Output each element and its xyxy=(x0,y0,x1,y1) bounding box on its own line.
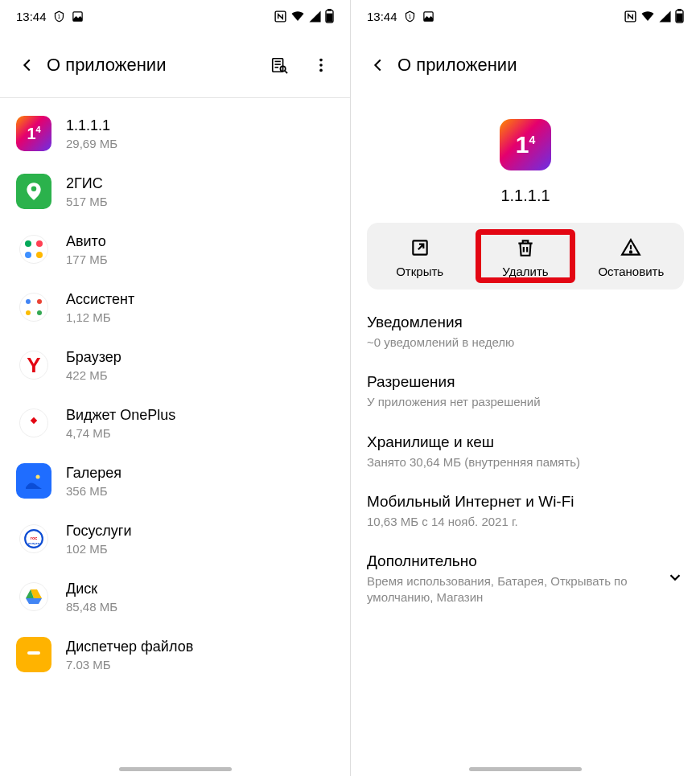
app-icon-browser: Y xyxy=(19,351,48,380)
setting-sub: Время использования, Батарея, Открывать … xyxy=(367,573,666,606)
app-name: 1.1.1.1 xyxy=(66,117,117,135)
status-time: 13:44 xyxy=(16,10,47,23)
setting-sub: Занято 30,64 МБ (внутренняя память) xyxy=(367,454,684,470)
wifi-icon xyxy=(290,9,305,23)
svg-rect-5 xyxy=(327,14,331,21)
setting-title: Разрешения xyxy=(367,373,684,391)
status-bar: 13:44 1 xyxy=(0,0,350,32)
image-icon xyxy=(72,10,84,23)
svg-point-15 xyxy=(31,187,37,192)
app-size: 102 МБ xyxy=(66,542,131,556)
open-icon xyxy=(410,237,430,258)
app-row[interactable]: Виджет OnePlus 4,74 МБ xyxy=(0,394,350,452)
svg-rect-16 xyxy=(31,417,37,424)
more-button[interactable] xyxy=(303,47,339,83)
setting-title: Уведомления xyxy=(367,314,684,331)
svg-rect-6 xyxy=(273,58,283,72)
setting-permissions[interactable]: Разрешения У приложения нет разрешений xyxy=(367,373,684,410)
app-row[interactable]: Диспетчер файлов 7.03 МБ xyxy=(0,626,350,684)
setting-sub: ~0 уведомлений в неделю xyxy=(367,335,684,351)
header: О приложении xyxy=(351,32,700,98)
setting-advanced[interactable]: Дополнительно Время использования, Батар… xyxy=(367,552,684,606)
image-icon xyxy=(422,10,434,23)
list-search-icon xyxy=(270,56,288,74)
app-row[interactable]: 2ГИС 517 МБ xyxy=(0,162,350,220)
open-button[interactable]: Открыть xyxy=(367,237,472,278)
app-row[interactable]: госуслуги Госуслуги 102 МБ xyxy=(0,510,350,568)
phone-left: 13:44 1 О приложении 14 xyxy=(0,0,350,776)
stop-button[interactable]: Остановить xyxy=(579,237,684,278)
delete-label: Удалить xyxy=(502,265,548,278)
app-size: 422 МБ xyxy=(66,368,121,382)
app-row[interactable]: Авито 177 МБ xyxy=(0,220,350,278)
setting-title: Мобильный Интернет и Wi-Fi xyxy=(367,493,684,511)
svg-point-30 xyxy=(630,251,632,253)
wifi-icon xyxy=(640,9,655,23)
svg-text:1: 1 xyxy=(408,14,411,19)
app-size: 4,74 МБ xyxy=(66,426,175,440)
nfc-icon xyxy=(274,10,287,23)
app-list[interactable]: 14 1.1.1.1 29,69 МБ 2ГИС 517 МБ Авито 17… xyxy=(0,98,350,776)
app-name: Госуслуги xyxy=(66,522,131,540)
app-name: Авито xyxy=(66,232,108,251)
svg-text:услуги: услуги xyxy=(28,541,40,545)
delete-button[interactable]: Удалить xyxy=(472,237,578,278)
svg-point-12 xyxy=(319,58,323,61)
back-button[interactable] xyxy=(11,49,43,81)
nav-pill[interactable] xyxy=(119,767,232,771)
stop-label: Остановить xyxy=(598,265,664,278)
chevron-down-icon xyxy=(666,569,684,589)
more-vert-icon xyxy=(312,56,330,74)
nav-pill[interactable] xyxy=(469,767,582,771)
app-icon-disk xyxy=(19,582,48,611)
open-label: Открыть xyxy=(396,265,443,278)
setting-storage[interactable]: Хранилище и кеш Занято 30,64 МБ (внутрен… xyxy=(367,433,684,470)
svg-rect-27 xyxy=(677,14,681,21)
shield-icon: 1 xyxy=(53,10,65,23)
app-row[interactable]: Ассистент 1,12 МБ xyxy=(0,278,350,336)
search-apps-button[interactable] xyxy=(261,47,297,83)
app-name: Браузер xyxy=(66,348,121,367)
page-title: О приложении xyxy=(47,55,166,76)
back-button[interactable] xyxy=(362,49,394,81)
svg-text:1: 1 xyxy=(57,14,60,19)
app-name: Галерея xyxy=(66,464,121,482)
setting-sub: У приложения нет разрешений xyxy=(367,394,684,410)
app-icon-1111: 14 xyxy=(16,116,51,151)
app-name: 2ГИС xyxy=(66,174,108,193)
app-size: 1,12 МБ xyxy=(66,310,134,324)
app-row[interactable]: Y Браузер 422 МБ xyxy=(0,336,350,394)
status-bar: 13:44 1 xyxy=(351,0,700,32)
app-name: Диск xyxy=(66,580,117,598)
action-bar: Открыть Удалить Остановить xyxy=(367,223,684,289)
battery-icon xyxy=(675,9,684,23)
signal-icon xyxy=(658,10,672,23)
svg-rect-21 xyxy=(27,651,40,655)
setting-title: Хранилище и кеш xyxy=(367,433,684,451)
setting-data[interactable]: Мобильный Интернет и Wi-Fi 10,63 МБ с 14… xyxy=(367,493,684,530)
setting-notifications[interactable]: Уведомления ~0 уведомлений в неделю xyxy=(367,314,684,351)
app-row[interactable]: Диск 85,48 МБ xyxy=(0,568,350,626)
app-detail: 14 1.1.1.1 Открыть Удалить Остановить Ув… xyxy=(351,98,700,776)
svg-text:гос: гос xyxy=(31,536,37,540)
svg-point-17 xyxy=(36,475,40,479)
app-row[interactable]: Галерея 356 МБ xyxy=(0,452,350,510)
trash-icon xyxy=(515,237,536,258)
app-icon-gosuslugi: госуслуги xyxy=(19,524,48,553)
signal-icon xyxy=(308,10,322,23)
app-name: Диспетчер файлов xyxy=(66,638,193,656)
app-row[interactable]: 14 1.1.1.1 29,69 МБ xyxy=(0,105,350,162)
chevron-left-icon xyxy=(19,56,36,74)
app-icon-files xyxy=(16,637,51,672)
svg-point-14 xyxy=(319,68,323,72)
nfc-icon xyxy=(624,10,637,23)
page-title: О приложении xyxy=(397,55,517,76)
app-icon-assistant xyxy=(19,293,48,322)
app-name: Ассистент xyxy=(66,290,134,309)
app-size: 85,48 МБ xyxy=(66,600,117,614)
app-icon-avito xyxy=(19,235,48,264)
header: О приложении xyxy=(0,32,350,98)
phone-right: 13:44 1 О приложении 14 1.1.1.1 Открыть xyxy=(350,0,700,776)
detail-app-name: 1.1.1.1 xyxy=(500,187,550,205)
app-name: Виджет OnePlus xyxy=(66,406,175,425)
